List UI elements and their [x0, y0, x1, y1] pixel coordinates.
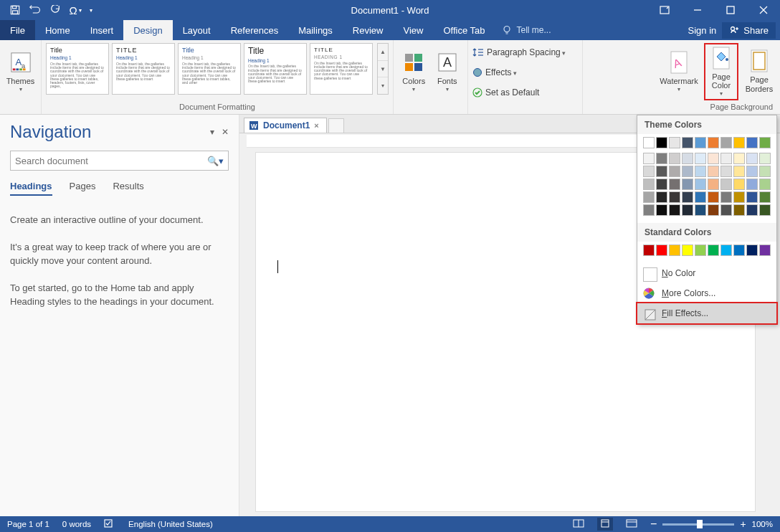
fill-effects-item[interactable]: Fill Effects... [636, 302, 778, 325]
color-swatch[interactable] [669, 137, 680, 148]
color-swatch[interactable] [695, 204, 706, 216]
color-swatch[interactable] [682, 244, 693, 256]
style-card[interactable]: TITLEHeading 1On the Insert tab, the gal… [112, 43, 175, 95]
color-swatch[interactable] [669, 153, 680, 164]
nav-tab-pages[interactable]: Pages [70, 181, 96, 196]
color-swatch[interactable] [682, 166, 693, 177]
color-swatch[interactable] [759, 166, 771, 177]
color-swatch[interactable] [682, 191, 693, 203]
color-swatch[interactable] [733, 179, 745, 190]
color-swatch[interactable] [708, 204, 719, 216]
colors-button[interactable]: Colors▾ [398, 43, 430, 100]
color-swatch[interactable] [746, 153, 758, 164]
nav-search[interactable]: 🔍▾ [10, 151, 229, 171]
color-swatch[interactable] [682, 137, 693, 148]
color-swatch[interactable] [708, 244, 719, 256]
color-swatch[interactable] [643, 204, 655, 216]
view-web-layout[interactable] [626, 519, 637, 529]
tab-view[interactable]: View [393, 20, 433, 40]
color-swatch[interactable] [746, 191, 758, 203]
color-swatch[interactable] [656, 204, 667, 216]
color-swatch[interactable] [656, 166, 667, 177]
color-swatch[interactable] [708, 153, 719, 164]
color-swatch[interactable] [669, 166, 680, 177]
zoom-out[interactable]: − [650, 518, 657, 531]
nav-close[interactable]: ✕ [222, 127, 229, 137]
color-swatch[interactable] [669, 191, 680, 203]
color-swatch[interactable] [643, 153, 655, 164]
color-swatch[interactable] [695, 244, 706, 256]
color-swatch[interactable] [656, 191, 667, 203]
color-swatch[interactable] [759, 244, 771, 256]
tab-file[interactable]: File [0, 20, 35, 40]
share-button[interactable]: Share [722, 22, 776, 39]
search-input[interactable] [15, 156, 207, 166]
nav-tab-headings[interactable]: Headings [10, 181, 52, 196]
color-swatch[interactable] [656, 153, 667, 164]
tab-review[interactable]: Review [343, 20, 394, 40]
qat-customize[interactable]: ▾ [86, 1, 96, 19]
undo-button[interactable] [26, 1, 44, 19]
fonts-button[interactable]: A Fonts▾ [432, 43, 464, 100]
maximize-button[interactable] [714, 0, 747, 20]
color-swatch[interactable] [720, 204, 732, 216]
color-swatch[interactable] [695, 153, 706, 164]
color-swatch[interactable] [746, 204, 758, 216]
nav-dropdown[interactable]: ▾ [210, 127, 214, 137]
color-swatch[interactable] [746, 179, 758, 190]
color-swatch[interactable] [759, 137, 771, 148]
color-swatch[interactable] [733, 166, 745, 177]
status-words[interactable]: 0 words [62, 520, 91, 528]
gallery-scroll[interactable]: ▲▼▾ [377, 43, 389, 95]
paragraph-spacing-button[interactable]: Paragraph Spacing [472, 44, 566, 60]
page-borders-button[interactable]: Page Borders [741, 43, 777, 100]
color-swatch[interactable] [759, 153, 771, 164]
color-swatch[interactable] [695, 179, 706, 190]
color-swatch[interactable] [720, 191, 732, 203]
tab-insert[interactable]: Insert [80, 20, 124, 40]
view-print-layout[interactable] [597, 518, 613, 531]
tab-office-tab[interactable]: Office Tab [433, 20, 495, 40]
color-swatch[interactable] [669, 179, 680, 190]
zoom-in[interactable]: + [740, 518, 746, 530]
color-swatch[interactable] [733, 153, 745, 164]
new-tab-button[interactable] [328, 118, 344, 133]
style-card[interactable]: TitleHeading 1On the Insert tab, the gal… [178, 43, 241, 95]
tab-home[interactable]: Home [35, 20, 80, 40]
tab-mailings[interactable]: Mailings [288, 20, 343, 40]
document-tab[interactable]: W Document1 × [244, 118, 327, 133]
color-swatch[interactable] [720, 179, 732, 190]
color-swatch[interactable] [643, 191, 655, 203]
color-swatch[interactable] [695, 191, 706, 203]
color-swatch[interactable] [643, 166, 655, 177]
close-icon[interactable]: × [314, 121, 318, 130]
color-swatch[interactable] [643, 137, 655, 148]
color-swatch[interactable] [733, 191, 745, 203]
color-swatch[interactable] [746, 137, 758, 148]
no-color-item[interactable]: No Color [637, 263, 776, 283]
ribbon-display-options[interactable] [648, 0, 681, 20]
color-swatch[interactable] [720, 244, 732, 256]
style-card[interactable]: TitleHeading 1On the Insert tab, the gal… [46, 43, 109, 95]
color-swatch[interactable] [759, 179, 771, 190]
save-button[interactable] [6, 1, 24, 19]
spell-check-icon[interactable] [104, 519, 115, 529]
nav-tab-results[interactable]: Results [113, 181, 143, 196]
set-as-default-button[interactable]: Set as Default [472, 85, 539, 100]
color-swatch[interactable] [708, 191, 719, 203]
redo-button[interactable] [46, 1, 65, 19]
zoom-level[interactable]: 100% [752, 520, 773, 528]
status-page[interactable]: Page 1 of 1 [7, 520, 49, 528]
symbol-button[interactable]: Ω▾ [66, 1, 85, 19]
close-button[interactable] [747, 0, 780, 20]
themes-button[interactable]: Aa Themes ▾ [4, 43, 37, 100]
color-swatch[interactable] [695, 137, 706, 148]
color-swatch[interactable] [759, 204, 771, 216]
watermark-button[interactable]: A Watermark▾ [657, 43, 701, 100]
sign-in-link[interactable]: Sign in [688, 25, 717, 36]
color-swatch[interactable] [643, 244, 655, 256]
minimize-button[interactable] [681, 0, 714, 20]
style-card[interactable]: TitleHeading 1On the Insert tab, the gal… [244, 43, 307, 95]
color-swatch[interactable] [643, 179, 655, 190]
color-swatch[interactable] [733, 244, 745, 256]
